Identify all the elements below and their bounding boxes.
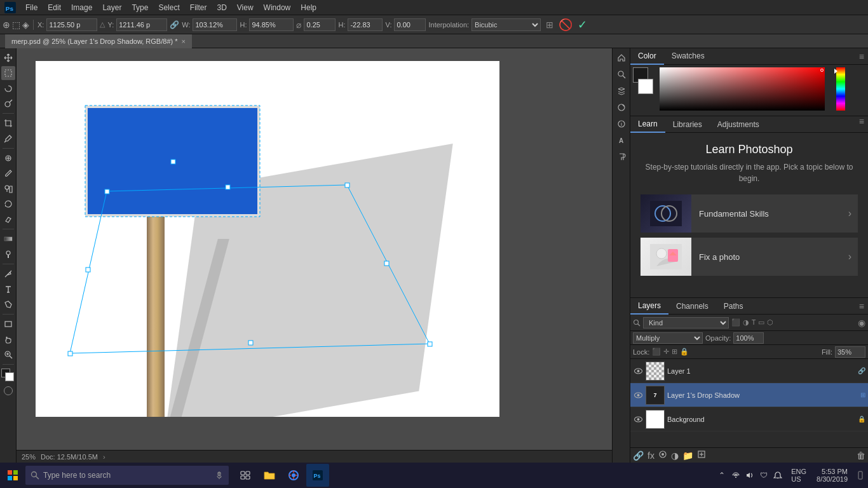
type-tool[interactable]	[1, 282, 15, 296]
delete-layer-btn[interactable]: 🗑	[857, 451, 865, 461]
skew-v-input[interactable]	[394, 18, 426, 31]
taskbar-mic-icon[interactable]	[215, 471, 224, 480]
menu-window[interactable]: Window	[259, 0, 296, 15]
angle-input[interactable]	[304, 18, 336, 31]
tray-network-icon[interactable]	[730, 470, 742, 481]
layer-item-dropshadow[interactable]: 7 Layer 1's Drop Shadow ⊞	[630, 383, 868, 407]
healing-tool[interactable]	[1, 151, 15, 165]
y-input[interactable]	[116, 18, 167, 31]
taskbar-clock[interactable]: 5:53 PM 8/30/2019	[811, 468, 853, 483]
shape-tool[interactable]	[1, 317, 15, 331]
tray-antivirus-icon[interactable]: 🛡	[758, 470, 770, 481]
new-layer-btn[interactable]	[697, 450, 706, 461]
move-tool[interactable]	[1, 51, 15, 65]
tab-libraries[interactable]: Libraries	[665, 116, 710, 133]
menu-layer[interactable]: Layer	[97, 0, 126, 15]
layer-visibility-dropshadow[interactable]	[633, 390, 643, 400]
filter-type-icon[interactable]: T	[752, 318, 756, 327]
lock-position-icon[interactable]: ✛	[663, 348, 669, 356]
crop-tool[interactable]	[1, 116, 15, 130]
layers-side-btn[interactable]	[614, 84, 628, 98]
link-layers-btn[interactable]: 🔗	[633, 451, 644, 461]
start-button[interactable]	[3, 465, 23, 485]
fg-bg-color[interactable]	[1, 369, 15, 383]
hand-tool[interactable]	[1, 332, 15, 346]
filter-pixel-icon[interactable]: ⬛	[731, 318, 740, 327]
lock-artboard-icon[interactable]: ⊞	[672, 348, 677, 356]
layer-item-background[interactable]: Background 🔒	[630, 407, 868, 431]
tab-color[interactable]: Color	[630, 48, 664, 65]
color-panel-options[interactable]: ≡	[855, 51, 868, 62]
x-input[interactable]	[46, 18, 97, 31]
tray-up-arrow[interactable]: ⌃	[716, 470, 728, 481]
type-side-btn[interactable]: A	[614, 133, 628, 147]
paragraph-side-btn[interactable]	[614, 150, 628, 164]
color-gradient-picker[interactable]	[660, 67, 825, 111]
clone-tool[interactable]	[1, 182, 15, 196]
menu-3d[interactable]: 3D	[212, 0, 231, 15]
history-tool[interactable]	[1, 197, 15, 211]
menu-image[interactable]: Image	[66, 0, 97, 15]
menu-select[interactable]: Select	[153, 0, 184, 15]
path-select-tool[interactable]	[1, 297, 15, 311]
adjustment-side-btn[interactable]	[614, 100, 628, 114]
tray-notification-icon[interactable]	[772, 470, 783, 481]
menu-view[interactable]: View	[232, 0, 259, 15]
learn-panel-options[interactable]: ≡	[855, 116, 868, 132]
filter-toggle[interactable]: ◉	[858, 318, 865, 328]
fill-input[interactable]	[835, 346, 865, 358]
menu-file[interactable]: File	[20, 0, 43, 15]
interpolation-select[interactable]: Bicubic Nearest Neighbor Bilinear Bicubi…	[471, 18, 541, 31]
new-fill-btn[interactable]: ◑	[671, 451, 679, 461]
tab-adjustments[interactable]: Adjustments	[710, 116, 767, 133]
zoom-tool[interactable]	[1, 348, 15, 362]
lock-all-icon[interactable]: 🔒	[680, 348, 689, 356]
learn-card-fixphoto[interactable]: Fix a photo ›	[641, 238, 858, 276]
filter-adjustment-icon[interactable]: ◑	[743, 318, 749, 327]
lock-pixels-icon[interactable]: ⬛	[652, 348, 661, 356]
marquee-tool[interactable]	[1, 66, 15, 80]
pen-tool[interactable]	[1, 267, 15, 281]
menu-type[interactable]: Type	[126, 0, 153, 15]
new-group-btn[interactable]: 📁	[682, 451, 693, 461]
notification-center-btn[interactable]	[855, 465, 865, 485]
menu-edit[interactable]: Edit	[43, 0, 66, 15]
home-side-btn[interactable]	[614, 51, 628, 65]
opacity-input[interactable]	[733, 332, 764, 344]
menu-help[interactable]: Help	[295, 0, 322, 15]
lasso-tool[interactable]	[1, 81, 15, 95]
filter-smart-icon[interactable]: ⬡	[767, 318, 773, 327]
layers-panel-options[interactable]: ≡	[855, 301, 868, 311]
add-style-btn[interactable]: fx	[648, 451, 654, 461]
add-mask-btn[interactable]	[658, 450, 667, 461]
taskbar-icon-explorer[interactable]	[258, 464, 281, 487]
menu-filter[interactable]: Filter	[185, 0, 212, 15]
layer-item-layer1[interactable]: Layer 1 🔗	[630, 359, 868, 383]
eyedropper-tool[interactable]	[1, 132, 15, 146]
tab-paths[interactable]: Paths	[716, 298, 751, 315]
dodge-tool[interactable]	[1, 247, 15, 261]
tab-layers[interactable]: Layers	[630, 298, 668, 315]
color-spectrum-bar[interactable]	[836, 67, 845, 111]
tab-swatches[interactable]: Swatches	[664, 48, 712, 65]
taskbar-icon-chrome[interactable]	[282, 464, 305, 487]
tray-volume-icon[interactable]	[744, 470, 756, 481]
blend-mode-select[interactable]: Multiply Normal Dissolve Darken Color Bu…	[633, 332, 703, 344]
background-color[interactable]	[638, 79, 653, 94]
layer-visibility-layer1[interactable]	[633, 366, 643, 376]
search-side-btn[interactable]	[614, 67, 628, 81]
taskbar-icon-photoshop[interactable]: Ps	[306, 464, 329, 487]
layer-visibility-background[interactable]	[633, 414, 643, 424]
document-tab[interactable]: merp.psd @ 25% (Layer 1's Drop Shadow, R…	[5, 34, 192, 48]
doc-close-button[interactable]: ×	[182, 37, 186, 45]
taskbar-search-box[interactable]: Type here to search	[25, 466, 229, 485]
layers-kind-filter[interactable]: Kind	[643, 317, 729, 329]
commit-transform-icon[interactable]: ✓	[578, 18, 587, 32]
h-input[interactable]	[249, 18, 294, 31]
skew-h-input[interactable]	[348, 18, 383, 31]
taskbar-icon-taskview[interactable]	[234, 464, 257, 487]
info-side-btn[interactable]: i	[614, 117, 628, 131]
quick-mask-btn[interactable]	[4, 386, 13, 395]
tab-learn[interactable]: Learn	[630, 116, 665, 133]
eraser-tool[interactable]	[1, 212, 15, 226]
